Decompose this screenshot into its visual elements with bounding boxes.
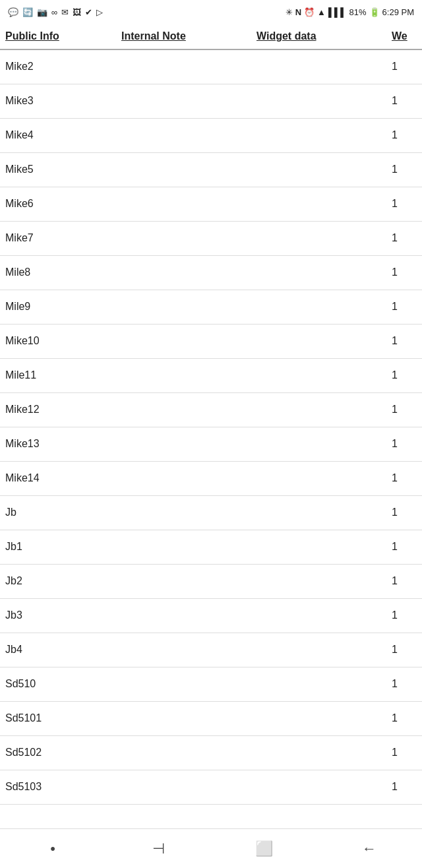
cell-internal-note [116,735,251,770]
cell-we: 1 [386,187,422,221]
table-row[interactable]: Mike141 [0,461,422,495]
cell-widget-data [251,290,386,324]
table-row[interactable]: Jb31 [0,598,422,633]
cell-we: 1 [386,667,422,701]
cell-widget-data [251,84,386,118]
cell-public-info: Mike14 [0,461,116,495]
image-icon: 🖼 [73,7,81,17]
recent-apps-button[interactable]: ⊣ [138,836,178,862]
cell-widget-data [251,324,386,358]
cell-public-info: Mike10 [0,324,116,358]
cell-we: 1 [386,427,422,461]
play-icon: ▷ [96,7,103,17]
cell-internal-note [116,392,251,427]
cell-we: 1 [386,530,422,564]
cell-public-info: Mike3 [0,84,116,118]
table-row[interactable]: Jb11 [0,530,422,564]
table-row[interactable]: Mike61 [0,187,422,221]
cell-public-info: Mike13 [0,427,116,461]
battery-icon: 🔋 [369,7,380,17]
data-table: Public Info Internal Note Widget data We… [0,24,422,805]
time-display: 6:29 PM [382,7,414,17]
table-row[interactable]: Sd51011 [0,701,422,735]
cell-widget-data [251,358,386,392]
table-row[interactable]: Mile81 [0,255,422,290]
cell-we: 1 [386,770,422,804]
cell-internal-note [116,564,251,598]
back-button[interactable]: ← [349,836,389,862]
table-row[interactable]: Mike31 [0,84,422,118]
signal-icon: ▌▌▌ [328,7,347,17]
cell-we: 1 [386,118,422,152]
cell-widget-data [251,118,386,152]
cell-internal-note [116,118,251,152]
cell-internal-note [116,633,251,667]
cell-widget-data [251,152,386,187]
cell-widget-data [251,187,386,221]
table-header-row: Public Info Internal Note Widget data We [0,24,422,49]
table-row[interactable]: Mile91 [0,290,422,324]
alarm-icon: ⏰ [304,7,315,17]
table-row[interactable]: Sd51021 [0,735,422,770]
table-row[interactable]: Mike21 [0,49,422,84]
table-row[interactable]: Mile111 [0,358,422,392]
table-row[interactable]: Jb21 [0,564,422,598]
chat-icon: 💬 [8,7,18,17]
sync-icon: 🔄 [22,7,33,17]
cell-public-info: Mike2 [0,49,116,84]
cell-widget-data [251,735,386,770]
table-row[interactable]: Sd51031 [0,770,422,804]
table-row[interactable]: Mike101 [0,324,422,358]
cell-we: 1 [386,701,422,735]
cell-widget-data [251,667,386,701]
table-row[interactable]: Mike121 [0,392,422,427]
cell-public-info: Sd5103 [0,770,116,804]
cell-internal-note [116,255,251,290]
cell-widget-data [251,427,386,461]
cell-public-info: Mike5 [0,152,116,187]
cell-we: 1 [386,290,422,324]
cell-widget-data [251,598,386,633]
cell-public-info: Sd5101 [0,701,116,735]
cell-public-info: Sd5102 [0,735,116,770]
cell-widget-data [251,770,386,804]
cell-widget-data [251,255,386,290]
cell-we: 1 [386,461,422,495]
table-row[interactable]: Mike71 [0,221,422,255]
cell-public-info: Jb1 [0,530,116,564]
camera-icon: 📷 [37,7,47,17]
cell-public-info: Mike7 [0,221,116,255]
cell-internal-note [116,770,251,804]
table-row[interactable]: Sd5101 [0,667,422,701]
data-table-container: Public Info Internal Note Widget data We… [0,24,422,805]
table-row[interactable]: Mike41 [0,118,422,152]
cell-public-info: Sd510 [0,667,116,701]
cell-internal-note [116,598,251,633]
cell-internal-note [116,187,251,221]
cell-internal-note [116,701,251,735]
cell-we: 1 [386,392,422,427]
cell-internal-note [116,324,251,358]
cell-we: 1 [386,152,422,187]
home-button[interactable]: ⬜ [244,836,284,862]
cell-internal-note [116,290,251,324]
wifi-icon: ▲ [317,7,326,17]
dot-button[interactable]: • [33,836,73,862]
status-icons-left: 💬 🔄 📷 ∞ ✉ 🖼 ✔ ▷ [8,7,103,17]
cell-public-info: Mile9 [0,290,116,324]
table-row[interactable]: Jb1 [0,495,422,530]
cell-public-info: Jb3 [0,598,116,633]
table-row[interactable]: Jb41 [0,633,422,667]
cell-we: 1 [386,358,422,392]
table-row[interactable]: Mike51 [0,152,422,187]
cell-internal-note [116,358,251,392]
cell-internal-note [116,152,251,187]
cell-we: 1 [386,633,422,667]
n-icon: N [295,7,301,17]
cell-we: 1 [386,598,422,633]
bluetooth-icon: ✳ [286,7,293,17]
cell-we: 1 [386,495,422,530]
cell-public-info: Mike4 [0,118,116,152]
cell-public-info: Jb2 [0,564,116,598]
table-row[interactable]: Mike131 [0,427,422,461]
